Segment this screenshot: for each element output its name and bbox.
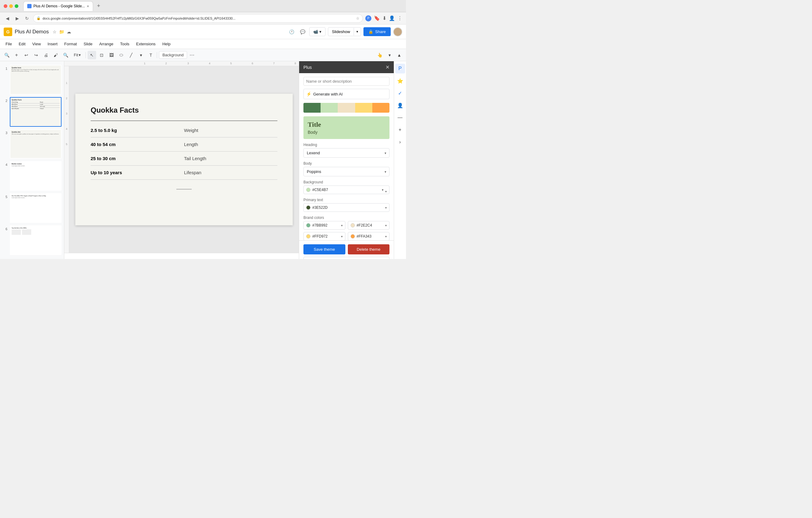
- cloud-icon[interactable]: ☁: [67, 29, 71, 34]
- history-button[interactable]: 🕐: [287, 28, 296, 36]
- extension-icon-1[interactable]: P: [365, 15, 371, 22]
- image-tool[interactable]: 🖼: [107, 51, 116, 59]
- slide-item-3[interactable]: 3 Quokka diet Like most marsupials, quok…: [0, 128, 64, 160]
- row-2-label: Length: [184, 138, 278, 151]
- collapse-toolbar-button[interactable]: ▲: [395, 51, 404, 59]
- brand-color-picker-3[interactable]: #FFD972 ▾: [303, 232, 345, 240]
- brand-color-picker-1[interactable]: #7BB992 ▾: [303, 221, 345, 230]
- user-avatar[interactable]: [393, 27, 402, 36]
- table-row: 25 to 30 cm Tail Length: [91, 151, 278, 166]
- menu-edit[interactable]: Edit: [16, 40, 28, 48]
- close-button[interactable]: [4, 4, 7, 8]
- download-icon[interactable]: ⬇: [382, 15, 386, 21]
- share-button[interactable]: 🔒 Share: [364, 27, 391, 36]
- paint-format-button[interactable]: 🖌: [52, 51, 60, 59]
- minus-side-icon[interactable]: —: [395, 113, 405, 122]
- primary-text-picker[interactable]: #3E522D ▾: [303, 203, 389, 212]
- theme-name-input[interactable]: [303, 77, 389, 89]
- back-button[interactable]: ◀: [4, 15, 11, 22]
- zoom-in-button[interactable]: +: [12, 51, 21, 59]
- slideshow-button[interactable]: Slideshow ▾: [328, 27, 361, 36]
- new-tab-button[interactable]: +: [94, 2, 103, 10]
- theme-name-field[interactable]: [303, 77, 389, 86]
- bookmark-manager-icon[interactable]: 🔖: [374, 15, 380, 21]
- row-3-label: Tail Length: [184, 151, 278, 166]
- cursor-tool[interactable]: ↖: [88, 51, 96, 59]
- maximize-button[interactable]: [15, 4, 18, 8]
- heading-font-select[interactable]: Lexend Roboto Open Sans: [303, 148, 389, 158]
- profile-icon[interactable]: 👤: [389, 15, 395, 21]
- reload-button[interactable]: ↻: [23, 15, 31, 22]
- toolbar-arrow[interactable]: ▾: [385, 51, 394, 59]
- add-side-icon[interactable]: +: [395, 125, 405, 135]
- slide-item-5[interactable]: 5 One Year After FTX: Crypto is Dead? Cr…: [0, 192, 64, 224]
- slide-item-4[interactable]: 4 Barbie review Lorem ipsum dolor sit am…: [0, 160, 64, 192]
- background-button[interactable]: Background: [159, 51, 187, 59]
- search-button[interactable]: 🔍: [2, 51, 11, 59]
- generate-ai-button[interactable]: ⚡ Generate with AI: [303, 89, 389, 99]
- address-bar[interactable]: 🔒 docs.google.com/presentation/d/1GI05S5…: [33, 14, 363, 23]
- check-side-icon[interactable]: ✓: [395, 88, 405, 98]
- close-panel-icon[interactable]: ✕: [385, 64, 389, 70]
- slide-item-1[interactable]: 1 Quokka facts A quokka weighs 2.5 to 5.…: [0, 64, 64, 96]
- line-arrow[interactable]: ▾: [137, 51, 145, 59]
- color-segment-1: [303, 103, 321, 113]
- star-icon[interactable]: ☆: [53, 29, 57, 34]
- select-tool[interactable]: ⊡: [97, 51, 106, 59]
- slide-item-6[interactable]: 6 Top fad diets of the 2000s: [0, 224, 64, 256]
- body-font-select[interactable]: Poppins Roboto Lato: [303, 167, 389, 176]
- pointer-icon[interactable]: 👆: [375, 51, 384, 59]
- collapse-panel-button[interactable]: ‹: [28, 259, 36, 259]
- star-side-icon[interactable]: ⭐: [395, 76, 405, 86]
- menu-file[interactable]: File: [2, 40, 15, 48]
- undo-button[interactable]: ↩: [22, 51, 31, 59]
- brand-color-picker-2[interactable]: #F2E2C4 ▾: [348, 221, 390, 230]
- heading-label: Heading: [303, 143, 389, 147]
- background-color-dot: [306, 188, 311, 192]
- address-bar-row: ◀ ▶ ↻ 🔒 docs.google.com/presentation/d/1…: [0, 12, 406, 25]
- menu-insert[interactable]: Insert: [45, 40, 61, 48]
- zoom-selector[interactable]: Fit ▾: [71, 52, 84, 58]
- shape-tool[interactable]: ⬭: [117, 51, 125, 59]
- menu-view[interactable]: View: [29, 40, 44, 48]
- tab-close-icon[interactable]: ✕: [87, 5, 89, 8]
- body-label: Body: [303, 161, 389, 166]
- person-side-icon[interactable]: 👤: [395, 100, 405, 110]
- minimize-button[interactable]: [9, 4, 13, 8]
- menu-extensions[interactable]: Extensions: [133, 40, 159, 48]
- plus-side-icon[interactable]: P: [395, 64, 405, 74]
- slide-divider: [91, 121, 278, 121]
- slideshow-dropdown-icon[interactable]: ▾: [354, 28, 361, 35]
- forward-button[interactable]: ▶: [13, 15, 21, 22]
- title-icons: ☆ 📁 ☁: [53, 29, 71, 34]
- menu-format[interactable]: Format: [61, 40, 80, 48]
- slide-item-2[interactable]: 2 Quokka Facts 2.5 to 5.0 kgWeight 40 to…: [0, 96, 64, 128]
- bookmark-icon[interactable]: ☆: [356, 16, 359, 21]
- slide-canvas[interactable]: Quokka Facts 2.5 to 5.0 kg Weight 40 to …: [69, 66, 299, 253]
- folder-icon[interactable]: 📁: [59, 29, 64, 34]
- more-options-button[interactable]: ⋯: [188, 52, 196, 58]
- background-color-picker[interactable]: #C5E4B7 ▾: [303, 185, 389, 194]
- expand-panel-icon[interactable]: ›: [395, 137, 405, 147]
- print-button[interactable]: 🖨: [41, 51, 50, 59]
- slideshow-label: Slideshow: [328, 28, 354, 36]
- menu-slide[interactable]: Slide: [81, 40, 95, 48]
- comment-button[interactable]: 💬: [298, 28, 307, 36]
- present-button[interactable]: 📹 ▾: [309, 27, 325, 36]
- menu-arrange[interactable]: Arrange: [96, 40, 116, 48]
- active-tab[interactable]: Plus AI Demos - Google Slide... ✕: [23, 1, 93, 11]
- redo-button[interactable]: ↪: [32, 51, 40, 59]
- text-tool[interactable]: T: [146, 51, 155, 59]
- delete-theme-button[interactable]: Delete theme: [348, 244, 390, 254]
- brand-color-picker-4[interactable]: #FFA343 ▾: [348, 232, 390, 240]
- menu-tools[interactable]: Tools: [117, 40, 132, 48]
- brand-colors-label: Brand colors: [303, 215, 389, 220]
- menu-help[interactable]: Help: [159, 40, 174, 48]
- zoom-button[interactable]: 🔍: [61, 51, 70, 59]
- brand-colors-section: Brand colors #7BB992 ▾ #F2E2C4 ▾: [303, 215, 389, 240]
- line-tool[interactable]: ╱: [127, 51, 135, 59]
- speaker-notes[interactable]: Click to add speaker notes: [64, 253, 299, 259]
- apply-to-slides-button[interactable]: Apply to existing slides: [303, 257, 389, 259]
- settings-icon[interactable]: ⋮: [398, 15, 402, 21]
- save-theme-button[interactable]: Save theme: [303, 244, 345, 254]
